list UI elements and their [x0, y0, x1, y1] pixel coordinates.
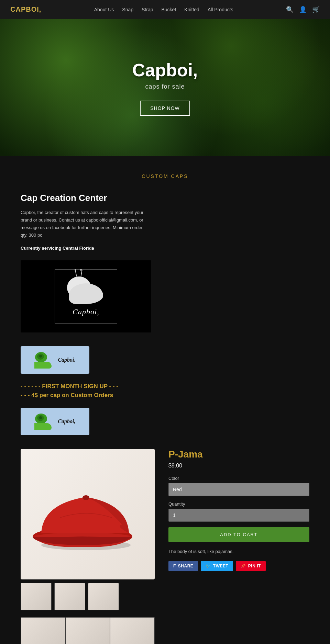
social-buttons: f SHARE 🐦 TWEET 📌 PIN IT	[168, 561, 309, 571]
facebook-icon: f	[173, 564, 176, 568]
bottom-thumb-3[interactable]	[110, 617, 155, 644]
promo-logo-text: Capboi,	[58, 357, 75, 363]
promo-logo2-inner: Capboi,	[32, 410, 78, 433]
hero-section: Capboi, caps for sale SHOP NOW	[0, 19, 330, 156]
color-select[interactable]: Red Blue Black White	[168, 483, 309, 496]
bottom-thumb-2[interactable]	[65, 617, 110, 644]
nav-strap[interactable]: Strap	[142, 7, 153, 12]
snail-antenna-left	[75, 270, 77, 276]
tweet-label: TWEET	[213, 564, 229, 568]
product-thumbnails	[21, 583, 155, 610]
logo-text: Capboi,	[73, 307, 99, 316]
header-icons: 🔍 👤 🛒	[286, 6, 320, 13]
bottom-thumb-1[interactable]	[21, 617, 65, 644]
product-name: P-Jama	[168, 449, 309, 460]
hero-title: Capboi,	[132, 60, 198, 80]
hero-subtitle: caps for sale	[132, 83, 198, 90]
product-price: $9.00	[168, 463, 309, 469]
pinterest-icon: 📌	[241, 564, 246, 568]
account-icon[interactable]: 👤	[299, 6, 307, 13]
brand-logo-box: Capboi,	[21, 260, 151, 332]
promo-logo-1: Capboi,	[21, 346, 89, 374]
nav-snap[interactable]: Snap	[122, 7, 133, 12]
snail-logo	[65, 276, 107, 304]
promo-logo-text-2: Capboi,	[58, 418, 75, 425]
promo-text: - - - - - - FIRST MONTH SIGN UP - - -- -…	[21, 382, 309, 399]
main-nav: About Us Snap Strap Bucket Knitted All P…	[94, 7, 233, 12]
nav-bucket[interactable]: Bucket	[162, 7, 176, 12]
twitter-tweet-button[interactable]: 🐦 TWEET	[201, 561, 233, 571]
small-body	[34, 362, 52, 369]
cap-creation-heading: Cap Creation Center	[21, 193, 309, 203]
nav-all-products[interactable]: All Products	[208, 7, 233, 12]
promo-section: Capboi, - - - - - - FIRST MONTH SIGN UP …	[21, 346, 309, 435]
add-to-cart-button[interactable]: ADD TO CART	[168, 527, 309, 542]
quantity-input[interactable]	[168, 509, 309, 522]
small-body-2	[34, 423, 52, 430]
pin-label: PIN IT	[248, 564, 261, 568]
bottom-thumbnails	[21, 617, 309, 644]
search-icon[interactable]: 🔍	[286, 6, 294, 13]
product-image-area	[21, 449, 155, 610]
hero-content: Capboi, caps for sale SHOP NOW	[132, 60, 198, 116]
quantity-label: Quantity	[168, 501, 309, 507]
promo-logo-inner: Capboi,	[32, 349, 78, 371]
snail-antenna-ball-left	[75, 269, 76, 271]
product-thumbnail-1[interactable]	[21, 583, 52, 610]
cap-creation-description: Capboi, the creator of custom hats and c…	[21, 209, 144, 239]
pinterest-pin-button[interactable]: 📌 PIN IT	[236, 561, 266, 571]
color-label: Color	[168, 476, 309, 481]
facebook-share-button[interactable]: f SHARE	[168, 561, 198, 571]
snail-body	[69, 283, 103, 304]
small-snail-logo-2	[34, 413, 55, 430]
promo-logo-2: Capboi,	[21, 408, 89, 435]
share-label: SHARE	[178, 564, 194, 568]
small-snail-logo	[34, 351, 55, 369]
svg-point-2	[82, 495, 89, 500]
product-description: The body of is soft, like pajamas.	[168, 549, 309, 554]
main-content: CUSTOM CAPS Cap Creation Center Capboi, …	[0, 156, 330, 644]
cap-illustration	[33, 476, 143, 552]
product-thumbnail-2[interactable]	[54, 583, 85, 610]
site-header: CAPBOI, About Us Snap Strap Bucket Knitt…	[0, 0, 330, 19]
section-title: CUSTOM CAPS	[21, 173, 309, 179]
product-section: P-Jama $9.00 Color Red Blue Black White …	[21, 449, 309, 610]
product-thumbnail-3[interactable]	[88, 583, 119, 610]
shop-now-button[interactable]: SHOP NOW	[140, 101, 190, 116]
logo-inner: Capboi,	[55, 269, 117, 324]
cart-icon[interactable]: 🛒	[312, 6, 320, 13]
cap-creation-servicing: Currently servicing Central Florida	[21, 245, 144, 252]
product-main-image	[21, 449, 155, 579]
site-logo[interactable]: CAPBOI,	[10, 5, 41, 13]
twitter-icon: 🐦	[206, 564, 211, 568]
nav-about[interactable]: About Us	[94, 7, 114, 12]
snail-antenna-right	[80, 270, 82, 276]
nav-knitted[interactable]: Knitted	[184, 7, 199, 12]
cap-creation-section: Cap Creation Center Capboi, the creator …	[21, 193, 309, 332]
product-info: P-Jama $9.00 Color Red Blue Black White …	[168, 449, 309, 610]
